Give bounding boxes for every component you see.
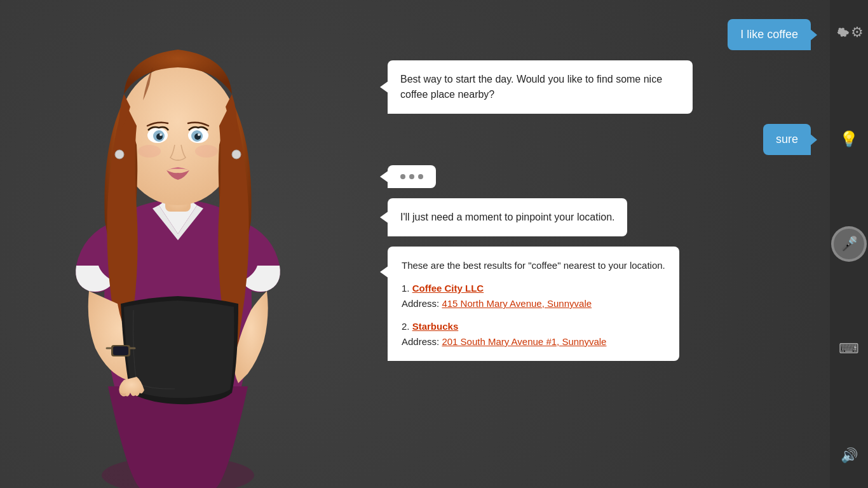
avatar bbox=[13, 18, 343, 488]
volume-button[interactable]: 🔊 bbox=[833, 433, 865, 478]
svg-point-10 bbox=[198, 133, 200, 136]
lightbulb-button[interactable]: 💡 bbox=[833, 117, 865, 161]
svg-point-14 bbox=[195, 145, 218, 158]
result-1-address[interactable]: 415 North Mary Avenue, Sunnyvale bbox=[442, 298, 592, 309]
typing-indicator bbox=[388, 165, 436, 188]
avatar-area bbox=[0, 0, 369, 488]
keyboard-button[interactable]: ⌨ bbox=[833, 327, 865, 371]
mic-button[interactable]: 🎤 bbox=[834, 229, 864, 259]
svg-point-11 bbox=[115, 150, 124, 159]
svg-point-12 bbox=[232, 150, 241, 159]
result-1-name[interactable]: Coffee City LLC bbox=[412, 283, 484, 294]
volume-icon: 🔊 bbox=[841, 447, 858, 464]
result-2-address-label: Address: bbox=[402, 336, 442, 347]
bot-message-1: Best way to start the day. Would you lik… bbox=[388, 60, 693, 114]
result-1-index: 1. bbox=[402, 283, 412, 294]
right-sidebar: ⚙ 💡 🎤 ⌨ 🔊 bbox=[830, 0, 868, 488]
svg-rect-16 bbox=[113, 346, 128, 355]
user-message-1: I like coffee bbox=[728, 19, 811, 50]
result-2-address[interactable]: 201 South Mary Avenue #1, Sunnyvale bbox=[442, 336, 606, 347]
result-item-1: 1. Coffee City LLC Address: 415 North Ma… bbox=[402, 281, 665, 311]
keyboard-icon: ⌨ bbox=[839, 341, 859, 357]
result-item-2: 2. Starbucks Address: 201 South Mary Ave… bbox=[402, 319, 665, 349]
dot-1 bbox=[400, 174, 405, 179]
svg-point-9 bbox=[159, 133, 162, 136]
results-intro: These are the best results for "coffee" … bbox=[402, 258, 665, 273]
settings-icon: ⚙ bbox=[851, 24, 864, 41]
lightbulb-icon: 💡 bbox=[839, 130, 858, 148]
chat-area: I like coffee Best way to start the day.… bbox=[369, 0, 830, 488]
result-1-address-label: Address: bbox=[402, 298, 442, 309]
settings-button[interactable]: ⚙ bbox=[833, 10, 865, 55]
user-message-2: sure bbox=[763, 124, 811, 155]
result-2-index: 2. bbox=[402, 321, 412, 332]
result-2-name[interactable]: Starbucks bbox=[412, 321, 459, 332]
mic-icon: 🎤 bbox=[841, 236, 858, 252]
bot-message-3: I'll just need a moment to pinpoint your… bbox=[388, 198, 627, 236]
dot-2 bbox=[409, 174, 414, 179]
results-bubble: These are the best results for "coffee" … bbox=[388, 247, 679, 361]
dot-3 bbox=[418, 174, 423, 179]
svg-point-13 bbox=[138, 145, 161, 158]
